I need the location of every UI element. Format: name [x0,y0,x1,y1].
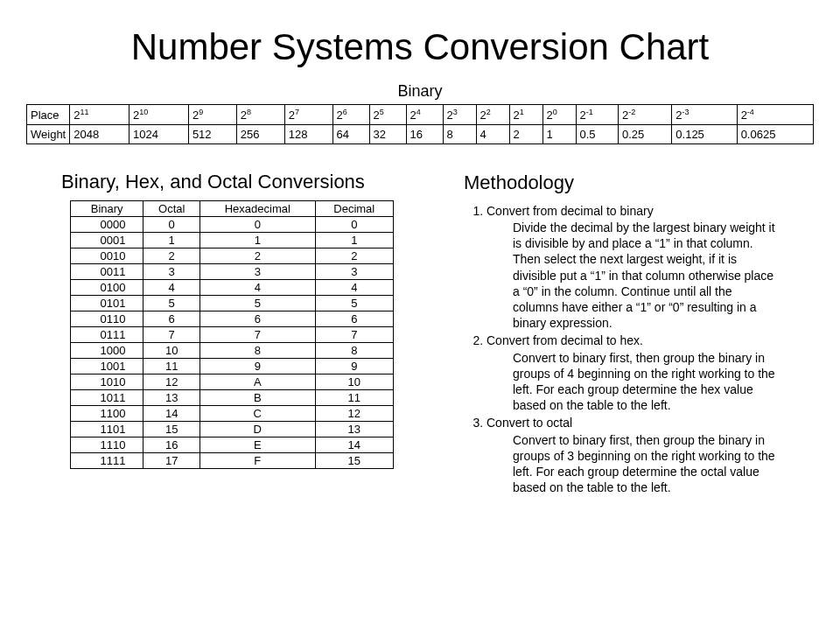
conversion-table: Binary Octal Hexadecimal Decimal 0000000… [70,200,394,469]
cell: 4 [144,280,200,296]
cell: 7 [144,327,200,343]
cell: 0 [144,217,200,233]
place-cell: 24 [406,105,443,125]
cell: 0111 [71,327,144,343]
cell: 6 [144,312,200,327]
cell: 17 [144,453,200,469]
cell: 7 [200,327,315,343]
col-decimal: Decimal [315,201,393,217]
right-column: Methodology Convert from decimal to bina… [464,171,779,497]
cell: 9 [315,359,393,374]
conversions-heading: Binary, Hex, and Octal Conversions [61,171,411,193]
cell: 10 [144,343,200,359]
place-cell: 2-1 [576,105,618,125]
table-row: 0111777 [71,327,394,343]
cell: D [200,422,315,438]
table-row: 0110666 [71,312,394,327]
cell: B [200,390,315,406]
weight-cell: 2 [509,125,542,144]
place-row: Place 211210292827262524232221202-12-22-… [27,105,814,125]
table-row: 101012A10 [71,374,394,390]
table-row: 111117F15 [71,453,394,469]
weight-cell: 4 [476,125,509,144]
cell: A [200,374,315,390]
cell: 11 [144,359,200,374]
cell: 0010 [71,248,144,264]
place-cell: 20 [542,105,576,125]
cell: 1011 [71,390,144,406]
left-column: Binary, Hex, and Octal Conversions Binar… [61,171,411,497]
page: Number Systems Conversion Chart Binary P… [0,0,840,514]
methodology-item-title: Convert from decimal to binary [486,204,654,218]
cell: 2 [315,248,393,264]
cell: C [200,406,315,422]
cell: 0110 [71,312,144,327]
table-row: 0100444 [71,280,394,296]
methodology-heading: Methodology [464,171,779,196]
cell: 5 [315,296,393,312]
cell: 11 [315,390,393,406]
table-header-row: Binary Octal Hexadecimal Decimal [71,201,394,217]
place-cell: 211 [70,105,130,125]
table-row: 101113B11 [71,390,394,406]
weight-cell: 0.0625 [737,125,813,144]
binary-heading: Binary [26,82,814,101]
columns: Binary, Hex, and Octal Conversions Binar… [26,171,814,497]
weight-cell: 8 [443,125,476,144]
place-cell: 28 [236,105,284,125]
table-row: 0011333 [71,264,394,280]
cell: 1 [200,233,315,248]
methodology-item-body: Divide the decimal by the largest binary… [486,220,779,331]
methodology-item-title: Convert to octal [486,416,572,430]
cell: 8 [200,343,315,359]
col-octal: Octal [144,201,200,217]
cell: 2 [200,248,315,264]
place-cell: 210 [130,105,189,125]
methodology-item: Convert from decimal to binaryDivide the… [486,203,779,332]
cell: 15 [315,453,393,469]
cell: F [200,453,315,469]
cell: 0001 [71,233,144,248]
cell: E [200,438,315,453]
cell: 5 [200,296,315,312]
cell: 2 [144,248,200,264]
methodology-item: Convert from decimal to hex.Convert to b… [486,332,779,413]
cell: 9 [200,359,315,374]
weight-cell: 0.125 [672,125,737,144]
cell: 0100 [71,280,144,296]
cell: 8 [315,343,393,359]
table-row: 110115D13 [71,422,394,438]
place-cell: 2-4 [737,105,813,125]
methodology-item-body: Convert to binary first, then group the … [486,432,779,496]
weight-cell: 128 [284,125,332,144]
col-binary: Binary [71,201,144,217]
weight-cell: 32 [369,125,406,144]
place-cell: 23 [443,105,476,125]
cell: 7 [315,327,393,343]
place-cell: 2-3 [672,105,737,125]
cell: 14 [315,438,393,453]
cell: 0011 [71,264,144,280]
methodology-list: Convert from decimal to binaryDivide the… [464,203,779,495]
weight-table: Place 211210292827262524232221202-12-22-… [26,104,814,144]
table-row: 110014C12 [71,406,394,422]
cell: 1111 [71,453,144,469]
place-cell: 22 [476,105,509,125]
cell: 15 [144,422,200,438]
cell: 1 [144,233,200,248]
cell: 14 [144,406,200,422]
table-row: 10001088 [71,343,394,359]
table-row: 0101555 [71,296,394,312]
cell: 6 [315,312,393,327]
table-row: 10011199 [71,359,394,374]
cell: 13 [315,422,393,438]
cell: 1010 [71,374,144,390]
place-cell: 25 [369,105,406,125]
cell: 3 [200,264,315,280]
cell: 0101 [71,296,144,312]
cell: 12 [315,406,393,422]
cell: 4 [200,280,315,296]
weight-cell: 2048 [70,125,130,144]
page-title: Number Systems Conversion Chart [26,26,814,68]
place-cell: 21 [509,105,542,125]
